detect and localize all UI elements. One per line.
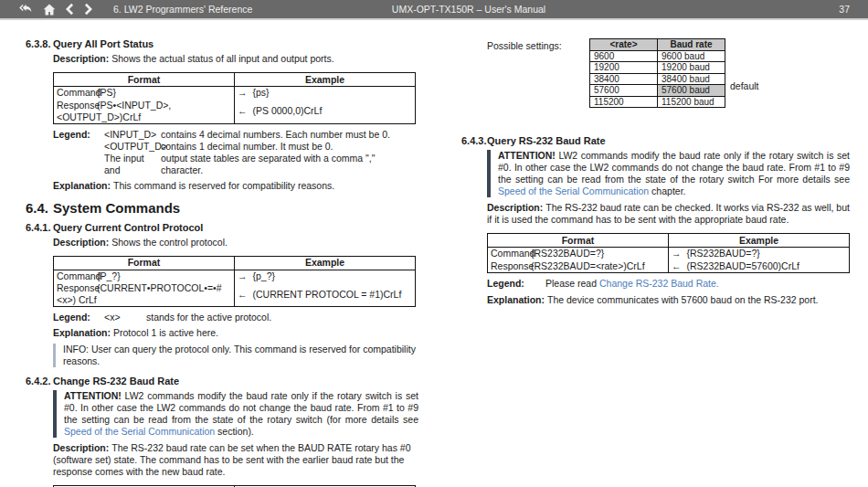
section-heading-64: 6.4. System Commands — [26, 200, 418, 217]
example-value: {p_?} — [253, 270, 276, 281]
row-label: Response — [57, 282, 97, 294]
attention-label: ATTENTION! — [64, 390, 122, 401]
section-number: 6.4. — [26, 200, 53, 217]
example-value: (RS232BAUD=57600)CrLf — [687, 260, 799, 271]
command-table-641: Format Example Command{P_?} →{p_?} Respo… — [53, 256, 416, 308]
table-row: 38400 38400 baud — [590, 73, 725, 85]
description-638: Description:Shows the actual status of a… — [53, 53, 418, 65]
row-label: Response — [57, 100, 97, 111]
table-row: Response(PS•<INPUT_D>,<OUTPUT_D>)CrLf ←(… — [54, 100, 416, 124]
section-title: System Commands — [53, 200, 180, 217]
description-label: Description: — [53, 53, 109, 64]
page-number: 37 — [839, 4, 850, 15]
toolbar: 6. LW2 Programmers' Reference UMX-OPT-TX… — [0, 0, 868, 20]
description-642: Description:The RS-232 baud rate can be … — [53, 442, 418, 478]
table-row: 115200 115200 baud — [590, 96, 725, 108]
explanation-643: Explanation:The device communicates with… — [487, 294, 850, 306]
format-header: Format — [54, 256, 235, 270]
section-title: Query All Port Status — [53, 38, 153, 50]
section-heading-642: 6.4.2. Change RS-232 Baud Rate — [26, 376, 418, 387]
section-heading-641: 6.4.1. Query Current Control Protocol — [26, 222, 418, 234]
chapter-title: 6. LW2 Programmers' Reference — [113, 4, 252, 15]
attention-label: ATTENTION! — [498, 150, 556, 161]
row-label: Command — [57, 87, 97, 99]
example-header: Example — [235, 256, 416, 270]
format-value: {P_?} — [97, 270, 121, 281]
example-value: (PS 0000,0)CrLf — [253, 105, 323, 116]
example-header: Example — [669, 234, 850, 248]
arrow-right-icon: → — [672, 248, 682, 259]
home-icon[interactable] — [42, 3, 57, 16]
left-column: 6.3.8. Query All Port Status Description… — [26, 38, 418, 487]
table-row: Command{P_?} →{p_?} — [54, 270, 416, 282]
rate-header: <rate> — [590, 39, 658, 51]
row-label: Response — [491, 260, 531, 272]
info-bar — [53, 344, 56, 367]
table-row: Response(CURRENT•PROTOCOL•=•# <x>) CrLf … — [54, 282, 416, 307]
example-header: Example — [235, 73, 416, 87]
row-label: Command — [491, 248, 531, 259]
table-row-default: 57600 57600 baud — [590, 85, 725, 97]
legend-label: Legend: — [53, 129, 104, 141]
description-643: Description:The RS-232 baud rate can be … — [487, 202, 850, 226]
command-table-638: Format Example Command{PS} →{ps} Respons… — [53, 72, 416, 124]
toolbar-nav-icons — [0, 3, 93, 16]
attention-bar — [53, 390, 57, 438]
table-row: 9600 9600 baud — [590, 50, 725, 62]
link-change-rs232-baud-rate[interactable]: Change RS-232 Baud Rate. — [599, 278, 719, 289]
example-value: {ps} — [253, 87, 270, 98]
explanation-label: Explanation: — [53, 180, 111, 191]
link-speed-of-serial-communication[interactable]: Speed of the Serial Communication — [64, 426, 215, 437]
format-header: Format — [54, 73, 235, 87]
possible-settings-label: Possible settings: — [487, 40, 562, 52]
section-title: Change RS-232 Baud Rate — [53, 376, 179, 387]
arrow-right-icon: → — [238, 87, 248, 99]
chevron-left-icon[interactable] — [65, 3, 75, 16]
legend-643: Legend: Please read Change RS-232 Baud R… — [487, 278, 850, 290]
table-row: Response(RS232BAUD=<rate>)CrLf ←(RS232BA… — [488, 260, 850, 273]
explanation-638: Explanation:This command is reserved for… — [53, 180, 418, 192]
attention-box-642: ATTENTION! LW2 commands modify the baud … — [53, 390, 418, 438]
section-number: 6.4.2. — [26, 376, 53, 387]
right-column: Possible settings: <rate> Baud rate 9600… — [461, 38, 850, 306]
description-label: Description: — [487, 202, 543, 213]
explanation-label: Explanation: — [487, 294, 545, 305]
section-heading-643: 6.4.3. Query RS-232 Baud Rate — [461, 135, 850, 147]
arrow-left-icon: ← — [238, 289, 248, 301]
table-row: Command{PS} →{ps} — [54, 87, 416, 100]
section-number: 6.4.1. — [26, 222, 53, 234]
reply-icon[interactable] — [18, 3, 34, 16]
info-text: INFO: User can query the protocol only. … — [63, 344, 418, 367]
arrow-right-icon: → — [238, 270, 248, 282]
chevron-right-icon[interactable] — [83, 3, 93, 16]
format-value: (RS232BAUD=<rate>)CrLf — [531, 260, 645, 271]
settings-table: <rate> Baud rate 9600 9600 baud 19200 19… — [589, 38, 725, 108]
table-row: 19200 19200 baud — [590, 62, 725, 74]
link-speed-of-serial-communication[interactable]: Speed of the Serial Communication — [498, 185, 649, 196]
attention-bar — [487, 150, 491, 197]
explanation-label: Explanation: — [53, 327, 111, 338]
description-641: Description:Shows the control protocol. — [53, 237, 418, 249]
info-box: INFO: User can query the protocol only. … — [53, 344, 418, 367]
possible-settings: Possible settings: <rate> Baud rate 9600… — [487, 38, 850, 102]
section-title: Query Current Control Protocol — [53, 222, 203, 234]
legend-label: Legend: — [53, 312, 104, 323]
description-label: Description: — [53, 442, 109, 453]
baud-rate-header: Baud rate — [658, 39, 725, 51]
command-table-643: Format Example Command{RS232BAUD=?} →{RS… — [487, 233, 850, 273]
section-title: Query RS-232 Baud Rate — [487, 135, 606, 147]
format-header: Format — [488, 234, 669, 248]
attention-text: ATTENTION! LW2 commands modify the baud … — [498, 150, 850, 197]
legend-638: Legend: <INPUT_D> contains 4 decimal num… — [53, 129, 418, 176]
format-value: {RS232BAUD=?} — [531, 248, 604, 259]
table-row: Command{RS232BAUD=?} →{RS232BAUD=?} — [488, 248, 850, 260]
row-label: Command — [57, 270, 97, 282]
format-value: {PS} — [97, 87, 116, 98]
attention-text: ATTENTION! LW2 commands modify the baud … — [64, 390, 418, 438]
section-number: 6.4.3. — [461, 135, 487, 147]
description-label: Description: — [53, 237, 109, 248]
legend-label: Legend: — [487, 278, 545, 290]
section-heading-638: 6.3.8. Query All Port Status — [26, 38, 418, 50]
example-value: (CURRENT PROTOCOL = #1)CrLf — [253, 289, 402, 300]
default-note: default — [730, 80, 759, 92]
